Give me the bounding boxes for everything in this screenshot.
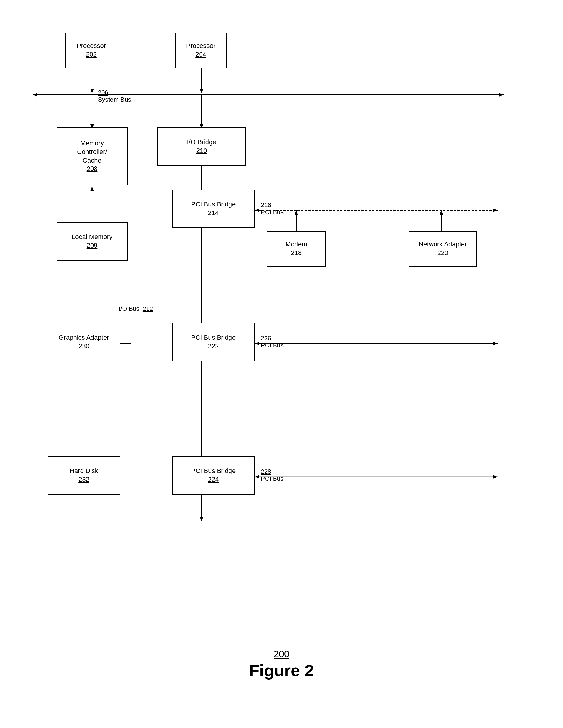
pci-bus-228-label: 228 PCI Bus <box>261 468 283 482</box>
hard-disk-232-box: Hard Disk 232 <box>48 456 120 495</box>
svg-marker-6 <box>499 93 503 97</box>
system-bus-label: 206 System Bus <box>98 89 131 103</box>
pci-bus-226-label: 226 PCI Bus <box>261 335 283 349</box>
modem-218-ref: 218 <box>291 249 302 257</box>
pci-bus-bridge-214-label: PCI Bus Bridge <box>191 200 236 209</box>
io-bridge-box: I/O Bridge 210 <box>157 127 246 166</box>
memory-controller-ref: 208 <box>87 165 98 173</box>
svg-marker-34 <box>493 475 498 479</box>
page: 206 System Bus Processor 202 Processor 2… <box>0 0 563 728</box>
svg-marker-19 <box>255 209 259 212</box>
figure-label: 200 Figure 2 <box>249 649 314 680</box>
svg-marker-28 <box>255 342 259 345</box>
network-adapter-220-ref: 220 <box>437 249 448 257</box>
svg-marker-12 <box>90 187 94 191</box>
svg-marker-5 <box>33 93 37 97</box>
graphics-adapter-230-box: Graphics Adapter 230 <box>48 323 120 361</box>
figure-ref: 200 <box>249 649 314 660</box>
network-adapter-220-box: Network Adapter 220 <box>409 231 477 267</box>
pci-bus-216-label: 216 PCI Bus <box>261 201 283 216</box>
processor-202-box: Processor 202 <box>65 33 117 68</box>
svg-marker-23 <box>439 210 443 215</box>
pci-bus-bridge-222-ref: 222 <box>208 342 219 351</box>
svg-marker-18 <box>493 209 498 212</box>
graphics-adapter-230-label: Graphics Adapter <box>59 333 109 342</box>
pci-bus-bridge-224-box: PCI Bus Bridge 224 <box>172 456 255 495</box>
io-bus-212-label: I/O Bus 212 <box>119 305 153 312</box>
local-memory-label: Local Memory <box>72 233 113 241</box>
pci-bus-bridge-222-label: PCI Bus Bridge <box>191 333 236 342</box>
local-memory-ref: 209 <box>87 241 98 250</box>
svg-marker-27 <box>493 342 498 345</box>
svg-marker-1 <box>90 89 94 93</box>
processor-204-ref: 204 <box>195 50 206 59</box>
svg-marker-14 <box>200 517 203 521</box>
local-memory-box: Local Memory 209 <box>57 222 128 261</box>
svg-marker-35 <box>255 475 259 479</box>
processor-204-label: Processor <box>186 42 216 50</box>
pci-bus-bridge-214-box: PCI Bus Bridge 214 <box>172 190 255 228</box>
memory-controller-box: Memory Controller/ Cache 208 <box>57 127 128 185</box>
svg-marker-3 <box>200 89 203 93</box>
memory-controller-label: Memory Controller/ Cache <box>77 139 107 165</box>
pci-bus-bridge-214-ref: 214 <box>208 209 219 217</box>
processor-202-label: Processor <box>77 42 106 50</box>
io-bus-label: I/O Bus <box>119 305 140 312</box>
pci-bus-bridge-224-label: PCI Bus Bridge <box>191 467 236 475</box>
pci-bus-bridge-222-box: PCI Bus Bridge 222 <box>172 323 255 361</box>
svg-marker-21 <box>294 210 298 215</box>
io-bridge-ref: 210 <box>196 147 207 155</box>
hard-disk-232-label: Hard Disk <box>70 467 98 475</box>
graphics-adapter-230-ref: 230 <box>78 342 89 351</box>
modem-218-label: Modem <box>285 240 307 249</box>
processor-202-ref: 202 <box>86 50 97 59</box>
pci-bus-bridge-224-ref: 224 <box>208 475 219 484</box>
diagram: 206 System Bus Processor 202 Processor 2… <box>30 18 533 640</box>
figure-title: Figure 2 <box>249 661 314 680</box>
network-adapter-220-label: Network Adapter <box>419 240 467 249</box>
io-bridge-label: I/O Bridge <box>187 138 216 147</box>
hard-disk-232-ref: 232 <box>78 475 89 484</box>
modem-218-box: Modem 218 <box>267 231 326 267</box>
processor-204-box: Processor 204 <box>175 33 227 68</box>
